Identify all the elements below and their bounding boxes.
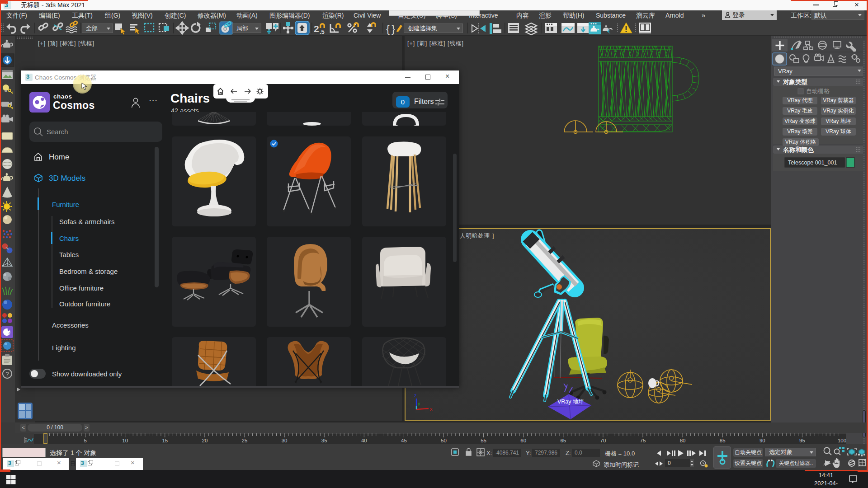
svg-text:}: } <box>392 23 395 35</box>
svg-text:55: 55 <box>481 438 486 443</box>
svg-text:20: 20 <box>202 438 208 443</box>
svg-text:65: 65 <box>560 438 566 443</box>
svg-text:35: 35 <box>321 438 327 443</box>
svg-text:45: 45 <box>401 438 407 443</box>
svg-text:z: z <box>414 393 417 398</box>
svg-text:75: 75 <box>640 438 646 443</box>
svg-text:VRay: VRay <box>778 68 793 75</box>
svg-text:85: 85 <box>720 438 726 443</box>
svg-text:10: 10 <box>122 438 128 443</box>
svg-text:100: 100 <box>838 438 846 443</box>
svg-text:70: 70 <box>600 438 606 443</box>
svg-text:50: 50 <box>441 438 447 443</box>
svg-text:60: 60 <box>520 438 526 443</box>
svg-text:.5: .5 <box>320 28 325 35</box>
svg-text:{: { <box>386 23 390 35</box>
svg-text:?: ? <box>5 371 9 378</box>
svg-text:15: 15 <box>162 438 168 443</box>
svg-text:x: x <box>430 406 433 412</box>
svg-text:80: 80 <box>680 438 686 443</box>
svg-text:2: 2 <box>314 23 319 34</box>
svg-text:90: 90 <box>760 438 765 443</box>
svg-text:5: 5 <box>84 438 86 443</box>
svg-text:y: y <box>418 401 420 406</box>
svg-text:VRay 地坪: VRay 地坪 <box>557 399 584 405</box>
svg-text:40: 40 <box>361 438 367 443</box>
svg-text:25: 25 <box>242 438 248 443</box>
svg-text:95: 95 <box>799 438 805 443</box>
svg-text:Telescope 001_001: Telescope 001_001 <box>788 160 837 166</box>
svg-text:30: 30 <box>282 438 288 443</box>
svg-text:对象类型: 对象类型 <box>783 79 808 85</box>
svg-text:自动栅格: 自动栅格 <box>806 88 830 94</box>
